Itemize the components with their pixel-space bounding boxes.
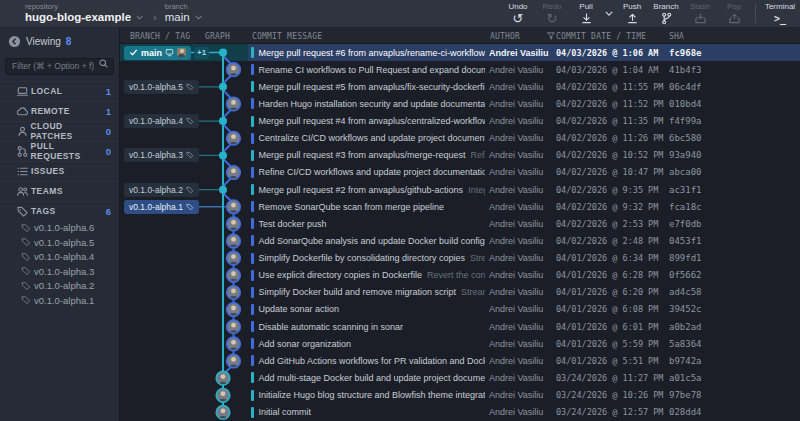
tag-name: v0.1.0-alpha.2 [34, 280, 94, 291]
commit-message-cell: Centralize CI/CD workflows and update pr… [251, 130, 485, 147]
tag-pill[interactable]: v0.1.0-alpha.3 [124, 148, 199, 162]
push-button[interactable]: Push [615, 0, 649, 27]
commit-avatar-node[interactable] [227, 166, 241, 180]
sidebar-item-cloud-patches[interactable]: CLOUD PATCHES 0 [0, 121, 119, 141]
pop-button[interactable]: Pop [717, 0, 751, 27]
sidebar-tag-item[interactable]: v0.1.0-alpha.1 [0, 293, 119, 308]
sidebar-item-label: CLOUD PATCHES [30, 121, 105, 141]
tag-icon [186, 203, 194, 211]
chevron-right-icon[interactable] [5, 147, 16, 156]
sidebar-item-issues[interactable]: ISSUES [0, 161, 119, 181]
tag-pill[interactable]: v0.1.0-alpha.4 [124, 114, 199, 128]
commit-message: Merge pull request #5 from anvaplus/fix-… [259, 82, 486, 92]
commit-avatar-node[interactable] [227, 269, 241, 283]
commit-avatar-node[interactable] [227, 63, 241, 77]
tag-icon [186, 186, 194, 194]
back-circle-icon[interactable] [8, 35, 21, 48]
lane-color-bar [251, 270, 254, 281]
sidebar-tag-item[interactable]: v0.1.0-alpha.5 [0, 235, 119, 250]
commit-sha: 5a8364 [669, 335, 749, 352]
sidebar-item-remote[interactable]: REMOTE 1 [0, 101, 119, 121]
chevron-right-icon[interactable] [5, 87, 16, 96]
commit-avatar-node[interactable] [227, 200, 241, 214]
column-header-sha[interactable]: SHA [669, 28, 684, 44]
redo-button[interactable]: Redo ↻ [535, 0, 569, 27]
commit-avatar-node[interactable] [227, 354, 241, 368]
filter-funnel-icon[interactable] [546, 31, 556, 41]
commit-avatar-node[interactable] [227, 217, 241, 231]
branch-pill-main[interactable]: main [124, 46, 191, 60]
commit-sha: b9742a [669, 352, 749, 369]
column-header-author[interactable]: AUTHOR [490, 28, 556, 44]
push-icon [626, 12, 639, 25]
column-header-commit-date-time[interactable]: COMMIT DATE / TIME [556, 28, 646, 44]
sidebar-item-local[interactable]: LOCAL 1 [0, 81, 119, 101]
tag-icon [21, 295, 34, 305]
branch-ref-group: main +1 [124, 46, 209, 60]
tag-pill[interactable]: v0.1.0-alpha.1 [124, 200, 199, 214]
commit-message-secondary: Streamline the ... [461, 287, 485, 297]
commit-avatar-node[interactable] [227, 286, 241, 300]
lane-color-bar [251, 287, 254, 298]
chevron-right-icon[interactable] [5, 127, 16, 136]
commit-graph[interactable] [120, 44, 250, 421]
commit-avatar-node[interactable] [227, 97, 241, 111]
sidebar-item-tags[interactable]: TAGS 6 [0, 201, 119, 221]
commit-date: 04/01/2026 @ 6:01 PM [556, 318, 666, 335]
sidebar-item-teams[interactable]: TEAMS [0, 181, 119, 201]
commit-sha: 028dd4 [669, 404, 749, 421]
commit-sha: 41b4f3 [669, 61, 749, 78]
branch-label: branch [165, 3, 202, 11]
commit-avatar-node[interactable] [216, 371, 230, 385]
chevron-down-icon[interactable] [5, 207, 16, 216]
commit-avatar-node[interactable] [227, 320, 241, 334]
sidebar-tag-item[interactable]: v0.1.0-alpha.4 [0, 250, 119, 265]
branch-button[interactable]: Branch [649, 0, 683, 27]
commit-sha: 899fd1 [669, 250, 749, 267]
lane-color-bar [251, 98, 254, 109]
commit-avatar-node[interactable] [227, 337, 241, 351]
sidebar-item-pull-requests[interactable]: PULL REQUESTS 0 [0, 141, 119, 161]
commit-message-cell: Rename CI workflows to Pull Request and … [251, 61, 485, 78]
commit-avatar-node[interactable] [227, 303, 241, 317]
stash-button[interactable]: Stash [683, 0, 717, 27]
commit-avatar-node[interactable] [216, 406, 230, 420]
pull-dropdown-caret[interactable] [603, 0, 615, 27]
redo-icon: ↻ [547, 12, 558, 25]
commit-avatar-node[interactable] [216, 388, 230, 402]
tag-pill[interactable]: v0.1.0-alpha.2 [124, 183, 199, 197]
chevron-right-icon[interactable] [5, 187, 16, 196]
commit-sha: fca18c [669, 198, 749, 215]
breadcrumb-separator: › [153, 11, 157, 23]
commit-message-cell: Initial commit [251, 404, 485, 421]
commit-avatar-node[interactable] [227, 131, 241, 145]
tag-pill-label: v0.1.0-alpha.1 [129, 202, 183, 212]
hidden-refs-badge[interactable]: +1 [194, 47, 209, 59]
chevron-down-icon [136, 15, 143, 20]
sidebar-tag-item[interactable]: v0.1.0-alpha.6 [0, 221, 119, 236]
commit-message: Merge pull request #6 from anvaplus/rena… [259, 48, 486, 58]
left-panel: Viewing 8 LOCAL 1 REMOTE 1 CLOUD PATCHES… [0, 28, 120, 421]
chevron-right-icon[interactable] [5, 167, 16, 176]
column-header-branch-tag[interactable]: BRANCH / TAG [130, 28, 190, 44]
pull-button[interactable]: Pull [569, 0, 603, 27]
undo-button[interactable]: Undo ↺ [501, 0, 535, 27]
undo-icon: ↺ [513, 12, 524, 25]
tag-name: v0.1.0-alpha.6 [34, 222, 94, 233]
chevron-right-icon[interactable] [5, 107, 16, 116]
commit-message-secondary: Refine CI/CD... [471, 150, 485, 160]
terminal-button[interactable]: Terminal >_ [760, 0, 800, 27]
column-header-commit-message[interactable]: COMMIT MESSAGE [252, 28, 322, 44]
tag-pill[interactable]: v0.1.0-alpha.5 [124, 80, 199, 94]
sidebar-tag-item[interactable]: v0.1.0-alpha.2 [0, 279, 119, 294]
sidebar-item-label: LOCAL [31, 86, 62, 96]
commit-message: Add GitHub Actions workflows for PR vali… [259, 356, 486, 366]
commit-avatar-node[interactable] [227, 251, 241, 265]
branch-selector[interactable]: branch main [165, 3, 202, 24]
commit-date: 03/24/2026 @ 10:26 PM [556, 387, 666, 404]
column-header-graph[interactable]: GRAPH [205, 28, 230, 44]
commit-message: Test docker push [259, 219, 327, 229]
sidebar-tag-item[interactable]: v0.1.0-alpha.3 [0, 264, 119, 279]
commit-avatar-node[interactable] [227, 234, 241, 248]
repository-selector[interactable]: repository hugo-blog-example [25, 3, 143, 24]
